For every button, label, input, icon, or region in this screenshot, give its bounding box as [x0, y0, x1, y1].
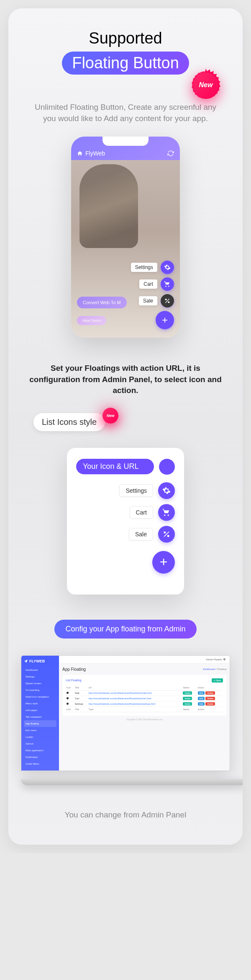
config-pill: Config your App floating from Admin [54, 620, 196, 639]
nav-head-icon[interactable]: Head icon navigation [24, 693, 56, 700]
nav-app-floating[interactable]: App floating [24, 720, 56, 727]
icon-row-settings[interactable]: Settings [119, 482, 175, 499]
gear-icon [158, 482, 175, 499]
icon-url-card: Your Icon & URL Settings Cart Sale + [67, 448, 184, 595]
plus-icon[interactable]: + [152, 551, 175, 574]
nav-splash[interactable]: Splash screen [24, 680, 56, 687]
description-text: Unlimited Floating Button, Create any sc… [29, 102, 222, 124]
person-photo [79, 164, 138, 248]
icon-row-label: Sale [129, 528, 153, 540]
svg-point-2 [164, 531, 166, 533]
nav-left-pages[interactable]: Left pages [24, 707, 56, 714]
nav-dashboard[interactable]: Dashboard [24, 667, 56, 673]
delete-button[interactable]: Delete [205, 702, 215, 706]
admin-topbar: Admin Flyweb [59, 656, 230, 664]
admin-table: Icon Title Url Status Action Sale http:/… [66, 685, 223, 712]
user-avatar-icon[interactable] [223, 658, 225, 660]
percent-icon [67, 692, 69, 694]
list-icons-row: List Icons style New [33, 413, 230, 431]
fab-label: Cart [139, 279, 157, 289]
admin-brand: FLYWEB [24, 659, 56, 663]
fab-item-sale[interactable]: Sale [139, 294, 174, 308]
title-supported: Supported [21, 29, 230, 47]
laptop-base [21, 779, 243, 785]
icon-row-label: Settings [119, 484, 153, 497]
nav-rate[interactable]: Rate application [24, 747, 56, 754]
table-row: Sale http://sissoft/website.com/profile/… [66, 690, 223, 696]
svg-point-1 [168, 302, 169, 303]
cart-icon [158, 504, 175, 521]
fab-label: Settings [131, 263, 157, 272]
admin-page-header: App Floating Dashboard / Floating [62, 667, 226, 672]
edit-button[interactable]: Edit [198, 702, 205, 706]
gear-icon [161, 261, 174, 274]
phone-mockup: FlyWeb Convert Web To M View Demo Settin… [71, 137, 180, 338]
icon-row-sale[interactable]: Sale [129, 526, 175, 543]
admin-footer: Copyright © 2021 SissoftTemplate.com [62, 716, 226, 723]
view-demo-button[interactable]: View Demo [77, 316, 106, 325]
fab-label: Sale [139, 296, 157, 305]
nav-loader[interactable]: Loader [24, 734, 56, 740]
status-badge: Active [183, 691, 192, 695]
table-row: Settings http://sissoft/website.com/prof… [66, 701, 223, 706]
icon-row-cart[interactable]: Cart [130, 504, 175, 521]
plane-icon [24, 659, 28, 663]
breadcrumb: Dashboard / Floating [203, 668, 226, 670]
svg-point-3 [167, 535, 169, 537]
url-link[interactable]: http://sissoft/website.com/profile/andro… [88, 690, 182, 696]
fab-item-cart[interactable]: Cart [139, 277, 174, 291]
cart-icon [161, 277, 174, 291]
admin-sidebar: FLYWEB Dashboard Settings Splash screen … [21, 656, 59, 771]
nav-guide[interactable]: Guide Menu [24, 760, 56, 767]
bell-icon [67, 697, 69, 699]
new-badge-small: New [102, 408, 118, 424]
url-link[interactable]: http://sissoft/website.com/profile/andro… [88, 696, 182, 701]
nav-tab-nav[interactable]: Tab navigation [24, 714, 56, 720]
phone-app-name: FlyWeb [85, 150, 105, 157]
list-icons-label: List Icons style [33, 413, 105, 431]
home-icon [77, 150, 83, 156]
status-badge: Active [183, 697, 192, 700]
status-badge: Active [183, 702, 192, 706]
nav-exit-menu[interactable]: Exit menu [24, 727, 56, 734]
title-floating-button: Floating Button [62, 52, 189, 75]
nav-admob[interactable]: Admob [24, 740, 56, 747]
table-row: Cart http://sissoft/website.com/profile/… [66, 696, 223, 701]
nav-menu-style[interactable]: Menu style [24, 700, 56, 707]
url-link[interactable]: http://sissoft/website.com/profile/andro… [88, 701, 182, 706]
nav-settings[interactable]: Settings [24, 673, 56, 680]
fab-item-settings[interactable]: Settings [131, 261, 174, 274]
icon-card-header-dot [159, 459, 175, 475]
refresh-icon [167, 150, 174, 157]
icon-card-header-label: Your Icon & URL [76, 459, 154, 474]
delete-button[interactable]: Delete [205, 691, 215, 695]
percent-icon [161, 294, 174, 308]
delete-button[interactable]: Delete [205, 697, 215, 700]
svg-point-0 [165, 299, 167, 300]
admin-panel-mockup: FLYWEB Dashboard Settings Splash screen … [21, 655, 230, 771]
edit-button[interactable]: Edit [198, 697, 205, 700]
admin-main: Admin Flyweb App Floating Dashboard / Fl… [59, 656, 230, 771]
footer-text: You can change from Admin Panel [21, 810, 230, 820]
section2-text: Set your Floatings with action URL, it i… [25, 363, 226, 396]
phone-body: Convert Web To M View Demo Settings Cart… [71, 160, 180, 338]
gear-icon [67, 703, 69, 705]
admin-page-title: App Floating [62, 667, 86, 672]
convert-button[interactable]: Convert Web To M [77, 297, 127, 308]
icon-row-label: Cart [130, 506, 153, 519]
nav-onboarding[interactable]: On boarding [24, 687, 56, 693]
new-badge: New [192, 71, 220, 99]
percent-icon [158, 526, 175, 543]
new-button[interactable]: + New [212, 678, 223, 683]
panel-title: List Floating [66, 679, 82, 682]
edit-button[interactable]: Edit [198, 691, 205, 695]
table-header-row: Icon Title Url Status Action [66, 685, 223, 690]
fab-main-plus[interactable]: + [156, 311, 174, 329]
nav-notification[interactable]: Notification [24, 754, 56, 760]
fab-stack: Settings Cart Sale + [131, 261, 174, 329]
phone-notch [102, 137, 149, 146]
admin-list-panel: List Floating + New Icon Title Url Statu… [62, 675, 226, 716]
table-footer-row: Icon Title Type Status Action [66, 706, 223, 712]
